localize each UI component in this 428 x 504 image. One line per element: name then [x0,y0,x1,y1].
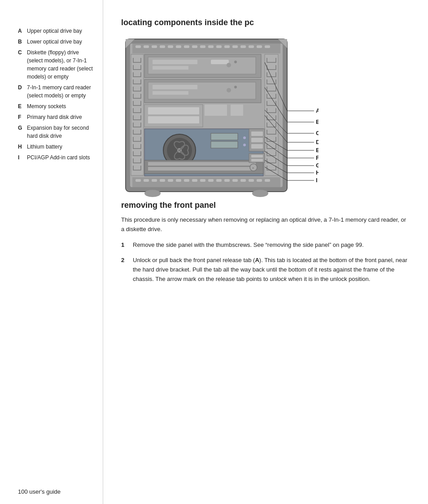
step-item-1: 1 Remove the side panel with the thumbsc… [121,241,410,250]
svg-text:D: D [316,139,319,145]
svg-rect-39 [131,54,144,175]
svg-point-105 [144,190,161,197]
sidebar-text-i: PCI/AGP Add-in card slots [27,153,96,162]
svg-text:B: B [316,118,319,125]
sidebar-item-h: H Lithium battery [18,143,96,151]
sidebar-item-d: D 7-In-1 memory card reader (select mode… [18,83,96,100]
svg-rect-16 [240,45,246,48]
svg-rect-29 [200,179,205,182]
svg-rect-72 [251,144,263,149]
svg-rect-26 [176,179,181,182]
sidebar-text-d: 7-In-1 memory card reader (select models… [27,83,96,100]
svg-point-46 [234,61,237,63]
svg-rect-35 [249,179,254,182]
svg-rect-3 [135,45,141,48]
svg-rect-44 [211,60,229,64]
svg-rect-63 [211,141,238,148]
svg-rect-71 [251,138,263,142]
svg-text:E: E [316,147,319,153]
sidebar-item-i: I PCI/AGP Add-in card slots [18,153,96,162]
step-number-2: 2 [121,256,130,284]
step-number-1: 1 [121,241,130,250]
sidebar-letter-d: D [18,83,25,100]
page-container: A Upper optical drive bay B Lower optica… [0,0,428,504]
step-item-2: 2 Unlock or pull back the front panel re… [121,256,410,284]
svg-text:H: H [316,169,319,176]
sidebar-text-f: Primary hard disk drive [27,113,96,121]
svg-point-45 [227,63,231,67]
sidebar-letter-f: F [18,113,25,121]
svg-rect-11 [200,45,205,48]
svg-rect-22 [144,179,149,182]
svg-rect-24 [160,179,165,182]
section2-intro: This procedure is only necessary when re… [121,215,410,234]
svg-rect-75 [251,159,263,162]
svg-text:C: C [316,130,319,136]
svg-rect-49 [153,85,197,89]
sidebar-letter-g: G [18,124,25,140]
svg-point-52 [234,86,237,88]
step-text-2: Unlock or pull back the front panel rele… [133,256,410,284]
svg-point-51 [227,88,231,92]
svg-rect-20 [132,177,280,187]
svg-text:A: A [316,107,319,114]
svg-rect-34 [240,179,246,182]
svg-rect-28 [192,179,197,182]
sidebar-text-a: Upper optical drive bay [27,27,96,35]
sidebar-text-b: Lower optical drive bay [27,38,96,46]
pc-diagram: + [121,35,319,201]
svg-rect-41 [148,57,256,74]
svg-rect-18 [257,45,262,48]
svg-rect-37 [265,179,270,182]
page-footer: 100 user's guide [18,488,61,495]
svg-rect-14 [224,45,230,48]
sidebar-item-f: F Primary hard disk drive [18,113,96,121]
svg-rect-50 [153,91,188,95]
sidebar-text-g: Expansion bay for second hard disk drive [27,124,96,140]
main-content: locating components inside the pc [103,0,428,504]
svg-rect-4 [144,45,149,48]
footer-label: user's guide [29,488,61,495]
sidebar-item-c: C Diskette (floppy) drive (select models… [18,48,96,81]
svg-text:+: + [252,167,254,170]
svg-rect-74 [251,155,263,158]
step-text-1: Remove the side panel with the thumbscre… [133,241,410,250]
svg-text:G: G [316,162,319,169]
svg-text:F: F [316,154,319,161]
sidebar-letter-h: H [18,143,25,151]
svg-rect-57 [231,105,243,116]
svg-rect-54 [148,107,199,114]
svg-rect-8 [176,45,181,48]
sidebar-letter-i: I [18,153,25,162]
svg-text:I: I [316,177,318,184]
svg-rect-12 [208,45,214,48]
svg-rect-42 [153,60,197,64]
svg-point-65 [243,144,246,146]
svg-rect-70 [251,131,263,136]
svg-rect-32 [224,179,230,182]
sidebar-item-b: B Lower optical drive bay [18,38,96,46]
svg-point-106 [252,190,268,197]
svg-rect-62 [211,133,238,140]
svg-rect-33 [232,179,238,182]
svg-rect-27 [184,179,189,182]
sidebar-text-h: Lithium battery [27,143,96,151]
svg-rect-9 [184,45,189,48]
section1-title: locating components inside the pc [121,18,410,27]
sidebar-letter-a: A [18,27,25,35]
pc-diagram-svg: + [121,35,319,203]
svg-rect-5 [152,45,157,48]
sidebar-item-g: G Expansion bay for second hard disk dri… [18,124,96,140]
svg-rect-23 [152,179,157,182]
svg-rect-6 [160,45,165,48]
svg-rect-43 [153,66,188,70]
svg-rect-68 [148,167,256,171]
svg-rect-21 [135,179,141,182]
sidebar-text-c: Diskette (floppy) drive (select models),… [27,48,96,81]
svg-rect-17 [249,45,254,48]
svg-rect-36 [257,179,262,182]
svg-rect-7 [168,45,173,48]
svg-rect-31 [216,179,222,182]
svg-rect-30 [208,179,214,182]
sidebar-item-e: E Memory sockets [18,102,96,110]
